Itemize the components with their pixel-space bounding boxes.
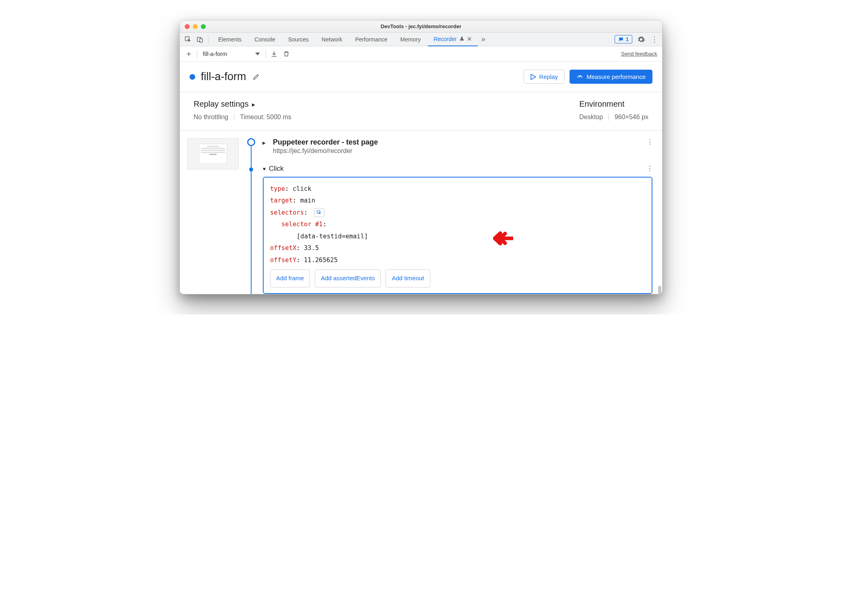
maximize-window-button[interactable] [201,24,206,29]
step-node-dot [249,167,253,172]
devtools-tabs: Elements Console Sources Network Perform… [180,33,662,46]
val-offsetx[interactable]: 33.5 [304,244,319,252]
key-target: target [270,197,293,204]
device-value: Desktop [579,114,603,121]
step-click-menu-icon[interactable]: ⋮ [646,164,655,173]
recording-header: fill-a-form Replay Measure performance [180,62,662,92]
measure-label: Measure performance [586,73,646,80]
flask-icon [459,36,464,41]
key-offsetx: offsetX [270,244,296,252]
val-offsety[interactable]: 11.265625 [304,256,338,264]
timeline: Puppeteer recorder - test page https://j… [245,138,662,294]
delete-icon[interactable] [282,50,290,58]
recorder-toolbar: ＋ fill-a-form Send feedback [180,46,662,62]
step-initial: Puppeteer recorder - test page https://j… [245,138,655,155]
tab-memory[interactable]: Memory [395,33,427,46]
tab-recorder[interactable]: Recorder ✕ [428,33,478,46]
replay-label: Replay [539,73,558,80]
recording-select-label: fill-a-form [203,51,227,57]
edit-title-icon[interactable] [252,73,260,81]
key-type: type [270,185,285,192]
add-frame-button[interactable]: Add frame [270,269,310,287]
minimize-window-button[interactable] [193,24,198,29]
step-click: Click ⋮ type: click target: main selecto… [245,164,655,294]
device-toolbar-icon[interactable] [196,35,204,43]
gauge-icon [576,73,583,80]
measure-performance-button[interactable]: Measure performance [570,70,652,84]
chevron-down-icon [255,52,260,56]
key-selector-1: selector #1 [281,221,323,228]
environment-heading: Environment [579,99,648,109]
add-timeout-button[interactable]: Add timeout [386,269,430,287]
recording-select[interactable]: fill-a-form [201,51,262,57]
tab-performance[interactable]: Performance [349,33,393,46]
replay-settings-heading[interactable]: Replay settings [194,99,291,109]
traffic-lights [185,24,206,29]
tab-console[interactable]: Console [249,33,281,46]
export-icon[interactable] [270,50,278,58]
annotation-arrow-icon [493,230,513,247]
settings-gear-icon[interactable] [637,35,645,43]
collapse-step-icon[interactable] [263,165,266,173]
settings-row: Replay settings No throttling Timeout: 5… [180,92,662,131]
page-thumbnail [187,138,239,170]
tab-elements[interactable]: Elements [213,33,247,46]
step-node-icon [247,138,255,146]
val-target[interactable]: main [300,197,315,204]
tab-network[interactable]: Network [316,33,348,46]
caret-right-icon [252,99,255,109]
step-initial-title: Puppeteer recorder - test page [273,138,640,147]
step-initial-url: https://jec.fyi/demo/recorder [273,147,640,155]
window-title: DevTools - jec.fyi/demo/recorder [180,23,662,29]
devtools-window: DevTools - jec.fyi/demo/recorder Element… [180,20,662,294]
svg-rect-2 [200,38,202,42]
svg-point-3 [580,76,580,77]
recording-title: fill-a-form [201,70,246,83]
replay-button[interactable]: Replay [524,70,565,84]
tab-sources[interactable]: Sources [283,33,314,46]
timeline-area: Puppeteer recorder - test page https://j… [180,131,662,294]
add-asserted-events-button[interactable]: Add assertedEvents [315,269,381,287]
step-click-label: Click [269,165,284,173]
close-tab-icon[interactable]: ✕ [467,35,472,43]
key-selectors: selectors [270,209,304,216]
send-feedback-link[interactable]: Send feedback [621,51,657,57]
step-details-panel: type: click target: main selectors: sele… [263,177,652,294]
throttling-value: No throttling [194,114,228,121]
step-menu-icon[interactable]: ⋮ [647,138,655,146]
pick-selector-icon[interactable] [314,208,324,217]
dimensions-value: 960×546 px [615,114,648,121]
more-tabs-icon[interactable]: » [479,35,487,43]
timeout-value: Timeout: 5000 ms [240,114,291,121]
tab-recorder-label: Recorder [433,36,457,42]
add-recording-icon[interactable]: ＋ [185,50,193,58]
recording-status-dot [190,74,195,80]
expand-step-icon[interactable] [262,139,266,147]
play-icon [530,74,536,80]
titlebar: DevTools - jec.fyi/demo/recorder [180,21,662,33]
issues-icon [618,37,624,42]
kebab-menu-icon[interactable]: ⋮ [650,35,658,43]
issues-count: 1 [626,36,629,42]
close-window-button[interactable] [185,24,190,29]
issues-chip[interactable]: 1 [615,35,632,43]
inspect-element-icon[interactable] [184,35,192,43]
val-type[interactable]: click [293,185,312,192]
key-offsety: offsetY [270,256,296,264]
val-selector-1[interactable]: [data-testid=email] [297,233,368,240]
scrollbar[interactable] [658,286,661,294]
